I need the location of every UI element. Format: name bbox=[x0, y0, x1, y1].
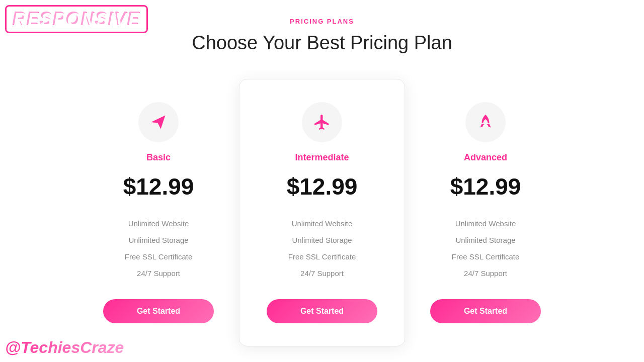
basic-plan-name: Basic bbox=[146, 152, 171, 163]
list-item: Unlimited Website bbox=[420, 215, 551, 232]
intermediate-icon-circle bbox=[302, 102, 342, 142]
list-item: Unlimited Storage bbox=[93, 232, 224, 248]
list-item: 24/7 Support bbox=[420, 265, 551, 282]
plan-card-intermediate: Intermediate $12.99 Unlimited Website Un… bbox=[239, 79, 405, 346]
basic-icon-circle bbox=[138, 102, 179, 142]
rocket-icon bbox=[476, 113, 495, 131]
main-title: Choose Your Best Pricing Plan bbox=[192, 32, 452, 54]
advanced-plan-name: Advanced bbox=[464, 152, 507, 163]
list-item: Unlimited Storage bbox=[420, 232, 551, 248]
plan-card-basic: Basic $12.99 Unlimited Website Unlimited… bbox=[78, 82, 239, 343]
watermark-top: RESPONSIVE bbox=[5, 5, 148, 33]
pricing-cards: Basic $12.99 Unlimited Website Unlimited… bbox=[45, 79, 599, 346]
list-item: Free SSL Certificate bbox=[420, 248, 551, 265]
basic-get-started-button[interactable]: Get Started bbox=[103, 299, 214, 323]
list-item: Unlimited Website bbox=[93, 215, 224, 232]
plan-card-advanced: Advanced $12.99 Unlimited Website Unlimi… bbox=[405, 82, 566, 343]
main-container: PRICING PLANS Choose Your Best Pricing P… bbox=[0, 0, 644, 346]
advanced-features: Unlimited Website Unlimited Storage Free… bbox=[420, 215, 551, 282]
intermediate-features: Unlimited Website Unlimited Storage Free… bbox=[255, 215, 389, 282]
list-item: Free SSL Certificate bbox=[93, 248, 224, 265]
paper-plane-icon bbox=[149, 113, 168, 131]
watermark-bottom: @TechiesCraze bbox=[5, 338, 124, 357]
intermediate-get-started-button[interactable]: Get Started bbox=[267, 299, 377, 323]
list-item: 24/7 Support bbox=[255, 265, 389, 282]
list-item: 24/7 Support bbox=[93, 265, 224, 282]
intermediate-plan-price: $12.99 bbox=[287, 173, 358, 200]
intermediate-plan-name: Intermediate bbox=[295, 152, 349, 163]
section-label: PRICING PLANS bbox=[290, 18, 354, 25]
advanced-plan-price: $12.99 bbox=[450, 173, 521, 200]
advanced-get-started-button[interactable]: Get Started bbox=[430, 299, 541, 323]
list-item: Free SSL Certificate bbox=[255, 248, 389, 265]
advanced-icon-circle bbox=[465, 102, 506, 142]
plane-icon bbox=[313, 113, 331, 131]
list-item: Unlimited Website bbox=[255, 215, 389, 232]
basic-features: Unlimited Website Unlimited Storage Free… bbox=[93, 215, 224, 282]
basic-plan-price: $12.99 bbox=[123, 173, 194, 200]
list-item: Unlimited Storage bbox=[255, 232, 389, 248]
